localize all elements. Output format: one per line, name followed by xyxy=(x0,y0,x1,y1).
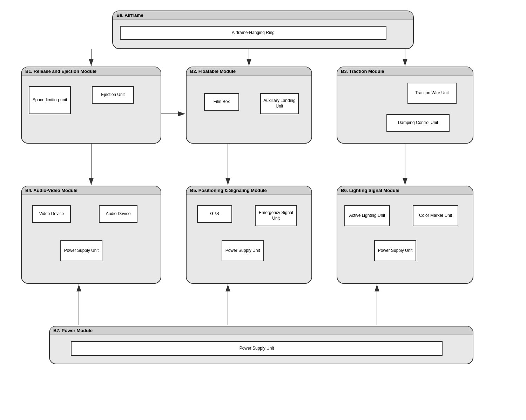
module-b1: B1. Release and Ejection Module Space-li… xyxy=(21,67,161,144)
unit-auxiliary-landing: Auxiliary Landing Unit xyxy=(260,93,299,114)
module-b1-title: B1. Release and Ejection Module xyxy=(22,67,161,76)
module-airframe-title: B8. Airframe xyxy=(113,11,413,20)
module-b6-inner: Active Lighting Unit Color Marker Unit P… xyxy=(337,195,473,282)
unit-video-device: Video Device xyxy=(32,205,71,223)
unit-ejection: Ejection Unit xyxy=(92,86,134,104)
module-b7-title: B7. Power Module xyxy=(50,326,473,335)
module-b6-title: B6. Lighting Signal Module xyxy=(337,186,473,195)
module-airframe: B8. Airframe Airframe-Hanging Ring xyxy=(112,11,414,49)
module-b5: B5. Positioning & Signaling Module GPS E… xyxy=(186,186,312,284)
module-b2-inner: Film Box Auxiliary Landing Unit xyxy=(187,76,311,142)
module-b5-title: B5. Positioning & Signaling Module xyxy=(187,186,311,195)
unit-audio-device: Audio Device xyxy=(99,205,137,223)
unit-gps: GPS xyxy=(197,205,232,223)
module-b7: B7. Power Module Power Supply Unit xyxy=(49,326,473,364)
module-b6: B6. Lighting Signal Module Active Lighti… xyxy=(337,186,473,284)
unit-color-marker: Color Marker Unit xyxy=(413,205,458,226)
module-b3-title: B3. Traction Module xyxy=(337,67,473,76)
module-b4-title: B4. Audio-Video Module xyxy=(22,186,161,195)
module-b5-inner: GPS Emergency Signal Unit Power Supply U… xyxy=(187,195,311,282)
module-airframe-inner: Airframe-Hanging Ring xyxy=(113,20,413,48)
module-b3-inner: Traction Wire Unit Damping Control Unit xyxy=(337,76,473,142)
unit-space-limiting: Space-limiting-unit xyxy=(29,86,71,114)
unit-film-box: Film Box xyxy=(204,93,239,111)
unit-emergency-signal: Emergency Signal Unit xyxy=(255,205,297,226)
unit-active-lighting: Active Lighting Unit xyxy=(344,205,390,226)
module-b4-inner: Video Device Audio Device Power Supply U… xyxy=(22,195,161,282)
module-b4: B4. Audio-Video Module Video Device Audi… xyxy=(21,186,161,284)
unit-airframe-hanging-ring: Airframe-Hanging Ring xyxy=(120,26,386,40)
module-b1-inner: Space-limiting-unit Ejection Unit xyxy=(22,76,161,142)
unit-power-supply-b4: Power Supply Unit xyxy=(60,240,102,261)
diagram-container: B8. Airframe Airframe-Hanging Ring B1. R… xyxy=(14,7,512,413)
module-b2-title: B2. Floatable Module xyxy=(187,67,311,76)
unit-power-supply-b7: Power Supply Unit xyxy=(71,341,443,356)
module-b2: B2. Floatable Module Film Box Auxiliary … xyxy=(186,67,312,144)
unit-traction-wire: Traction Wire Unit xyxy=(407,83,457,104)
module-b7-inner: Power Supply Unit xyxy=(50,335,473,363)
module-b3: B3. Traction Module Traction Wire Unit D… xyxy=(337,67,473,144)
unit-power-supply-b6: Power Supply Unit xyxy=(374,240,416,261)
unit-power-supply-b5: Power Supply Unit xyxy=(222,240,264,261)
unit-damping-control: Damping Control Unit xyxy=(386,114,450,132)
